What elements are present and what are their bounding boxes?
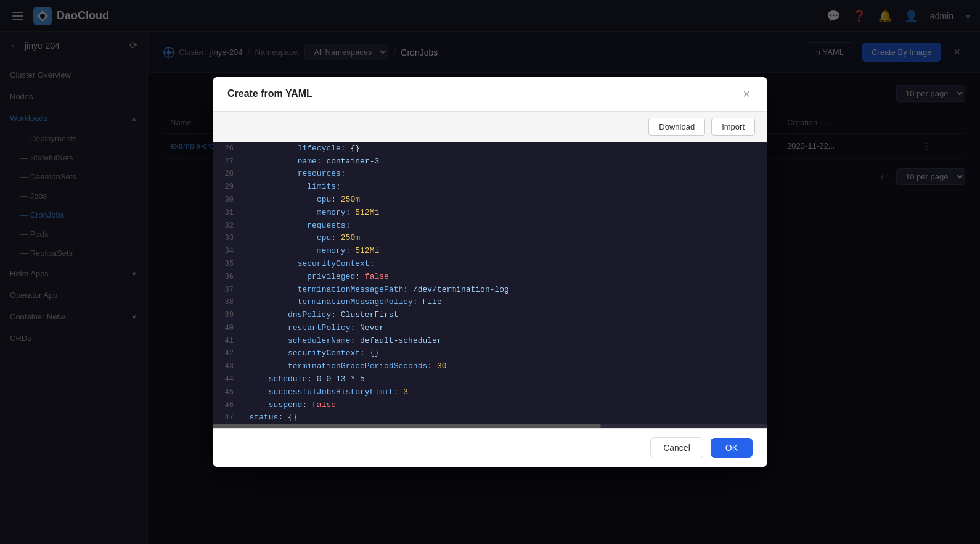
code-line: 44 schedule: 0 0 13 * 5 xyxy=(213,373,767,386)
code-line: 26 lifecycle: {} xyxy=(213,142,767,155)
line-content: requests: xyxy=(240,220,350,233)
code-line: 37 terminationMessagePath: /dev/terminat… xyxy=(213,284,767,297)
line-content: resources: xyxy=(240,168,346,181)
line-number: 27 xyxy=(213,155,240,168)
line-content: schedulerName: default-scheduler xyxy=(240,335,442,348)
import-label: Import xyxy=(722,122,745,131)
line-number: 46 xyxy=(213,399,240,411)
modal-close-icon: × xyxy=(743,87,750,101)
code-line: 27 name: container-3 xyxy=(213,155,767,168)
line-content: suspend: false xyxy=(240,399,336,412)
line-content: privileged: false xyxy=(240,271,389,284)
line-number: 33 xyxy=(213,232,240,244)
line-content: successfulJobsHistoryLimit: 3 xyxy=(240,386,408,399)
code-line: 41 schedulerName: default-scheduler xyxy=(213,335,767,348)
modal-overlay[interactable]: Create from YAML × Download Import 26 li… xyxy=(0,0,980,544)
horizontal-scrollbar[interactable] xyxy=(213,424,767,428)
modal-header: Create from YAML × xyxy=(213,77,767,112)
line-number: 26 xyxy=(213,142,240,155)
import-button[interactable]: Import xyxy=(711,118,755,136)
line-number: 40 xyxy=(213,322,240,334)
code-line: 39 dnsPolicy: ClusterFirst xyxy=(213,309,767,322)
line-number: 38 xyxy=(213,296,240,308)
line-content: memory: 512Mi xyxy=(240,245,379,258)
line-number: 43 xyxy=(213,360,240,373)
code-line: 36 privileged: false xyxy=(213,271,767,284)
code-line: 30 cpu: 250m xyxy=(213,194,767,207)
ok-label: OK xyxy=(725,443,738,453)
line-content: cpu: 250m xyxy=(240,194,360,207)
line-number: 44 xyxy=(213,373,240,385)
line-content: status: {} xyxy=(240,411,298,424)
code-line: 28 resources: xyxy=(213,168,767,181)
code-line: 32 requests: xyxy=(213,220,767,233)
download-label: Download xyxy=(659,122,695,131)
modal-toolbar: Download Import xyxy=(213,112,767,142)
line-content: lifecycle: {} xyxy=(240,142,360,155)
line-number: 41 xyxy=(213,335,240,347)
ok-button[interactable]: OK xyxy=(711,438,753,458)
line-number: 29 xyxy=(213,181,240,193)
yaml-code-editor[interactable]: 26 lifecycle: {}27 name: container-328 r… xyxy=(213,142,767,425)
line-content: dnsPolicy: ClusterFirst xyxy=(240,309,398,322)
code-line: 35 securityContext: xyxy=(213,258,767,271)
line-content: terminationGracePeriodSeconds: 30 xyxy=(240,360,447,373)
cancel-button[interactable]: Cancel xyxy=(650,437,703,458)
code-line: 45 successfulJobsHistoryLimit: 3 xyxy=(213,386,767,399)
line-number: 45 xyxy=(213,386,240,398)
line-number: 30 xyxy=(213,194,240,206)
create-yaml-modal: Create from YAML × Download Import 26 li… xyxy=(213,77,767,468)
code-line: 31 memory: 512Mi xyxy=(213,207,767,220)
line-content: securityContext: xyxy=(240,258,374,271)
code-line: 29 limits: xyxy=(213,181,767,194)
code-line: 47 status: {} xyxy=(213,411,767,424)
line-content: restartPolicy: Never xyxy=(240,322,384,335)
modal-close-button[interactable]: × xyxy=(740,87,753,101)
code-line: 34 memory: 512Mi xyxy=(213,245,767,258)
line-content: cpu: 250m xyxy=(240,232,360,245)
cancel-label: Cancel xyxy=(663,443,690,453)
line-content: schedule: 0 0 13 * 5 xyxy=(240,373,365,386)
code-line: 42 securityContext: {} xyxy=(213,347,767,360)
modal-title: Create from YAML xyxy=(227,88,312,99)
line-content: terminationMessagePath: /dev/termination… xyxy=(240,284,509,297)
modal-footer: Cancel OK xyxy=(213,428,767,467)
line-number: 28 xyxy=(213,168,240,180)
code-line: 38 terminationMessagePolicy: File xyxy=(213,296,767,309)
code-line: 40 restartPolicy: Never xyxy=(213,322,767,335)
line-content: limits: xyxy=(240,181,341,194)
line-number: 32 xyxy=(213,220,240,232)
download-button[interactable]: Download xyxy=(648,118,705,136)
line-number: 47 xyxy=(213,411,240,424)
code-line: 33 cpu: 250m xyxy=(213,232,767,245)
line-number: 42 xyxy=(213,347,240,360)
line-number: 37 xyxy=(213,284,240,296)
line-content: terminationMessagePolicy: File xyxy=(240,296,442,309)
code-line: 46 suspend: false xyxy=(213,399,767,412)
line-content: memory: 512Mi xyxy=(240,207,379,220)
line-number: 35 xyxy=(213,258,240,270)
code-line: 43 terminationGracePeriodSeconds: 30 xyxy=(213,360,767,373)
line-number: 34 xyxy=(213,245,240,257)
line-content: name: container-3 xyxy=(240,155,379,168)
line-content: securityContext: {} xyxy=(240,347,379,360)
scrollbar-thumb xyxy=(213,424,601,428)
line-number: 31 xyxy=(213,207,240,219)
line-number: 36 xyxy=(213,271,240,283)
line-number: 39 xyxy=(213,309,240,321)
